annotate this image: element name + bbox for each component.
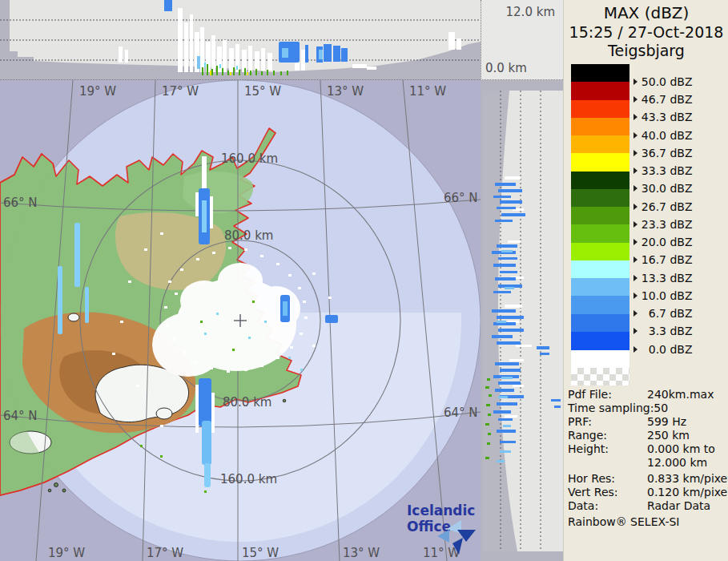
legend-band-label: 10.0 dBZ [633,289,728,301]
legend-band-value: 33.3 [639,164,666,177]
legend-band-unit: dBZ [666,253,693,266]
legend-band [571,243,629,261]
lon-label-top: 17° W [162,84,199,99]
ring-label-160-bottom: 160.0 km [220,472,277,486]
legend-band-unit: dBZ [666,147,693,159]
legend-band-transparent [571,368,629,385]
lon-label-bottom: 15° W [242,546,279,560]
legend-band-value: 26.7 [639,200,666,213]
tick-arrow-icon [633,221,638,228]
legend-band-label: 50.0 dBZ [633,75,728,87]
metadata-row: Vert Res:0.120 km/pixel [568,486,728,499]
legend-band-label: 30.0 dBZ [633,183,728,195]
metadata-label: Height: [568,442,609,455]
imo-logo-text-line1: Icelandic Met [407,502,481,519]
tick-arrow-icon [633,114,638,120]
lon-label-top: 15° W [244,84,281,99]
legend-band-label: 46.7 dBZ [633,94,728,106]
top-profile-panel[interactable] [0,0,481,80]
legend-band-label: 43.3 dBZ [633,111,728,123]
legend-band-unit: dBZ [666,325,693,337]
legend-band [571,100,629,119]
metadata-label: Vert Res: [568,486,618,498]
legend-band-label: 20.0 dBZ [633,236,728,248]
legend-band [571,296,629,314]
legend-band-value: 36.7 [639,147,666,159]
tick-arrow-icon [633,167,638,174]
legend-band [571,224,629,243]
metadata-value: 250 km [647,429,690,442]
legend-band-value: 0.0 [639,343,666,356]
tick-arrow-icon [633,150,638,156]
lat-label-left: 64° N [3,409,38,423]
legend-band [571,314,629,333]
tick-arrow-icon [633,185,638,192]
legend-panel: MAX (dBZ) 15:25 / 27-Oct-2018 Teigsbjarg… [563,0,728,561]
legend-band [571,260,629,279]
tick-arrow-icon [633,346,638,353]
metadata-row: PRF:599 Hz [568,415,728,429]
lon-label-bottom: 11° W [423,546,460,560]
metadata-label: Pdf File: [568,388,612,401]
metadata-label: PRF: [568,415,592,428]
legend-band [571,82,629,100]
height-axis-corner: 12.0 km 0.0 km [481,0,563,80]
metadata-row: Hor Res:0.833 km/pixel [568,472,728,486]
legend-band-value: 3.3 [639,325,666,337]
lon-label-top: 11° W [409,84,446,99]
radar-map-panel[interactable]: 19° W 17° W 15° W 13° W 11° W 19° W 17° … [0,80,481,561]
metadata-row: Rainbow® SELEX-SI [568,515,728,529]
legend-band-value: 30.0 [639,182,666,195]
legend-band-unit: dBZ [666,164,693,177]
legend-band [571,332,629,350]
legend-band-label: 36.7 dBZ [633,147,728,159]
legend-band [571,189,629,208]
lat-label-right: 64° N [444,406,478,420]
legend-band-label: 13.3 dBZ [633,272,728,284]
metadata-label: Hor Res: [568,472,615,485]
ring-label-80-top: 80.0 km [224,228,273,243]
legend-band-label: 3.3 dBZ [633,325,728,337]
product-datetime: 15:25 / 27-Oct-2018 [564,23,728,42]
legend-band-below-zero [571,349,629,368]
legend-band-unit: dBZ [666,272,693,285]
metadata-value: 599 Hz [647,415,686,428]
metadata-row: Range:250 km [568,429,728,442]
metadata-label: Data: [568,499,598,512]
legend-band-unit: dBZ [666,289,693,302]
tick-arrow-icon [633,328,638,334]
profile-bottom-band [481,551,563,561]
legend-band-unit: dBZ [666,200,693,213]
panel-separator-vertical [481,0,481,80]
height-axis-max-label: 12.0 km [506,5,555,19]
legend-band [571,118,629,136]
legend-band [571,172,629,190]
legend-band-unit: dBZ [666,129,693,142]
legend-band-value: 6.7 [639,307,666,320]
tick-arrow-icon [633,132,638,139]
lon-label-top: 19° W [79,84,116,99]
legend-bands: 50.0 dBZ46.7 dBZ43.3 dBZ40.0 dBZ36.7 dBZ… [571,64,728,388]
tick-arrow-icon [633,204,638,210]
lon-label-top: 13° W [327,84,364,99]
legend-band-value: 20.0 [639,236,666,248]
radar-map: 19° W 17° W 15° W 13° W 11° W 19° W 17° … [0,80,481,561]
ring-label-80-bottom: 80.0 km [223,395,271,410]
legend-band-label: 16.7 dBZ [633,254,728,266]
legend-band [571,135,629,154]
product-title: MAX (dBZ) [564,4,728,22]
legend-band-unit: dBZ [666,75,693,88]
lon-label-bottom: 19° W [48,546,85,560]
tick-arrow-icon [633,96,638,103]
imo-logo-text-line2: Office [407,519,451,535]
legend-band-unit: dBZ [666,111,693,123]
metadata-row: Pdf File:240km.max [568,388,728,402]
legend-band [571,64,629,83]
right-profile-panel[interactable] [481,80,563,561]
legend-band-value: 46.7 [639,93,666,106]
tick-arrow-icon [633,275,638,281]
metadata-row: Data:Radar Data [568,499,728,513]
metadata-label: Range: [568,429,607,442]
legend-band-label: 26.7 dBZ [633,200,728,212]
legend-band-value: 10.0 [639,289,666,302]
